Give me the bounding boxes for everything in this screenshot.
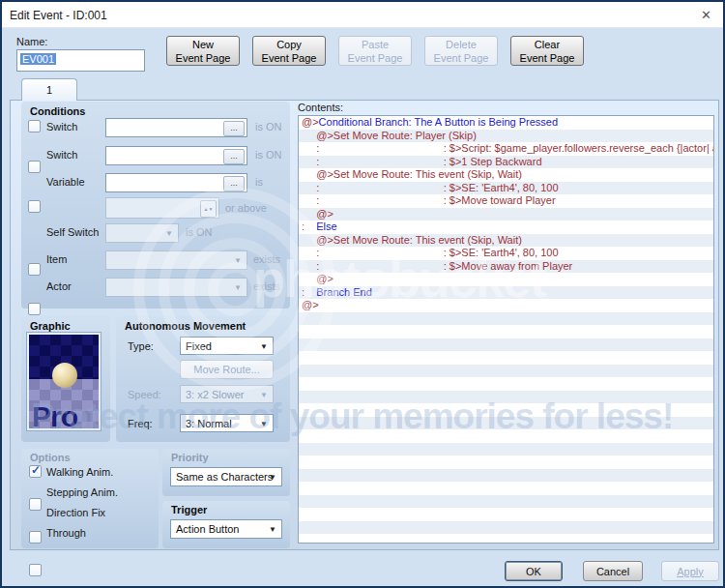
variable-compare-suffix: or above xyxy=(225,202,267,214)
trigger-panel: Trigger Action Button▼ xyxy=(162,501,290,548)
event-command-line[interactable]: @> xyxy=(299,299,713,312)
event-command-line[interactable] xyxy=(299,495,713,509)
stepping-anim-checkbox[interactable] xyxy=(29,498,42,511)
name-label: Name: xyxy=(16,36,47,47)
variable-checkbox[interactable] xyxy=(28,200,41,213)
direction-fix-label: Direction Fix xyxy=(46,507,105,518)
self-switch-label: Self Switch xyxy=(46,226,99,238)
event-command-line[interactable]: : : $>SE: 'Earth4', 80, 100 xyxy=(299,182,713,195)
switch2-field[interactable]: ... xyxy=(105,146,247,165)
close-icon[interactable]: ✕ xyxy=(701,8,711,22)
switch2-ellipsis-button[interactable]: ... xyxy=(223,149,245,164)
contents-list[interactable]: @>Conditional Branch: The A Button is Be… xyxy=(298,115,714,544)
cancel-label: Cancel xyxy=(596,566,629,577)
actor-combobox[interactable]: ▼ xyxy=(105,278,247,297)
event-command-line[interactable]: @> xyxy=(299,208,713,221)
event-command-line[interactable]: : : $>Move away from Player xyxy=(299,260,713,274)
switch1-ellipsis-button[interactable]: ... xyxy=(223,121,245,136)
item-checkbox[interactable] xyxy=(28,303,41,315)
chevron-down-icon: ▼ xyxy=(234,256,242,265)
variable-value-spinner[interactable]: ▲▼ xyxy=(105,197,219,219)
event-command-line[interactable] xyxy=(299,325,713,338)
event-command-line[interactable]: @>Set Move Route: This event (Skip, Wait… xyxy=(299,168,713,182)
event-command-line[interactable]: : : $>1 Step Backward xyxy=(299,156,713,169)
movement-type-combobox[interactable]: Fixed▼ xyxy=(180,337,274,355)
chevron-down-icon: ▼ xyxy=(234,283,242,292)
event-command-line[interactable] xyxy=(299,429,713,443)
walking-anim-checkbox[interactable]: ✓ xyxy=(29,465,42,478)
event-command-line[interactable] xyxy=(299,377,713,391)
trigger-header: Trigger xyxy=(171,504,207,515)
name-input[interactable]: EV001 xyxy=(16,49,145,72)
delete-event-page-button: DeleteEvent Page xyxy=(424,36,498,66)
self-switch-combobox[interactable]: ▼ xyxy=(105,223,179,243)
event-command-line[interactable] xyxy=(299,443,713,456)
button-label: Event Page xyxy=(262,51,317,65)
paste-event-page-button: PasteEvent Page xyxy=(338,36,412,66)
event-command-line[interactable]: : : $>Script: $game_player.followers.rev… xyxy=(299,142,713,156)
actor-suffix: exists xyxy=(253,280,280,292)
ok-button[interactable]: OK xyxy=(505,561,563,581)
event-command-line[interactable]: @>Set Move Route: Player (Skip) xyxy=(299,130,713,143)
switch2-checkbox[interactable] xyxy=(28,161,41,173)
event-command-line[interactable] xyxy=(299,469,713,483)
event-command-line[interactable] xyxy=(299,312,713,326)
variable-ellipsis-button[interactable]: ... xyxy=(223,176,245,191)
graphic-panel: Graphic Pro xyxy=(21,316,110,442)
walking-anim-label: Walking Anim. xyxy=(46,466,113,478)
event-command-line[interactable] xyxy=(299,391,713,404)
move-route-button: Move Route... xyxy=(180,360,274,379)
switch1-label: Switch xyxy=(46,121,77,132)
speed-label: Speed: xyxy=(128,389,161,400)
new-event-page-button[interactable]: NewEvent Page xyxy=(166,36,240,66)
options-panel: Options ✓ Walking Anim. Stepping Anim. D… xyxy=(21,449,159,548)
speed-value: 3: x2 Slower xyxy=(186,389,245,400)
title-bar: Edit Event - ID:001 ✕ xyxy=(2,2,723,28)
direction-fix-checkbox[interactable] xyxy=(29,531,42,544)
event-command-line[interactable]: @> xyxy=(299,273,713,286)
through-checkbox[interactable] xyxy=(29,564,42,576)
conditions-header: Conditions xyxy=(30,105,85,117)
self-switch-checkbox[interactable] xyxy=(28,263,41,276)
switch2-suffix: is ON xyxy=(255,149,282,161)
cancel-button[interactable]: Cancel xyxy=(583,561,643,581)
event-command-line[interactable]: @>Conditional Branch: The A Button is Be… xyxy=(299,116,713,130)
event-command-line[interactable] xyxy=(299,456,713,469)
copy-event-page-button[interactable]: CopyEvent Page xyxy=(252,36,326,66)
trigger-combobox[interactable]: Action Button▼ xyxy=(170,519,282,539)
event-command-line[interactable] xyxy=(299,534,713,544)
event-command-line[interactable]: @>Set Move Route: This event (Skip, Wait… xyxy=(299,234,713,248)
event-command-line[interactable] xyxy=(299,521,713,535)
switch1-checkbox[interactable] xyxy=(28,120,41,132)
graphic-preview[interactable]: Pro xyxy=(27,333,101,430)
event-command-line[interactable] xyxy=(299,351,713,365)
tab-page-1[interactable]: 1 xyxy=(21,78,77,101)
event-command-line[interactable] xyxy=(299,508,713,521)
chevron-down-icon: ▼ xyxy=(269,525,276,534)
event-command-line[interactable]: : : $>SE: 'Earth4', 80, 100 xyxy=(299,247,713,260)
variable-label: Variable xyxy=(46,176,85,188)
button-label: New xyxy=(192,38,214,51)
event-command-line[interactable] xyxy=(299,338,713,352)
priority-combobox[interactable]: Same as Characters▼ xyxy=(170,467,282,486)
freq-value: 3: Normal xyxy=(186,418,232,429)
event-command-line[interactable] xyxy=(299,365,713,378)
variable-field[interactable]: ... xyxy=(105,173,247,192)
event-command-line[interactable]: : Branch End xyxy=(299,286,713,300)
event-command-line[interactable] xyxy=(299,417,713,430)
graphic-header: Graphic xyxy=(30,320,71,332)
event-command-line[interactable] xyxy=(299,482,713,495)
freq-label: Freq: xyxy=(128,418,153,429)
button-label: Clear xyxy=(535,38,560,51)
spinner-arrows-icon[interactable]: ▲▼ xyxy=(200,200,217,218)
item-combobox[interactable]: ▼ xyxy=(105,250,247,270)
freq-combobox[interactable]: 3: Normal▼ xyxy=(180,414,274,432)
trigger-value: Action Button xyxy=(176,523,239,535)
event-command-line[interactable]: : : $>Move toward Player xyxy=(299,194,713,208)
apply-label: Apply xyxy=(677,566,704,577)
clear-event-page-button[interactable]: ClearEvent Page xyxy=(510,36,584,66)
switch1-field[interactable]: ... xyxy=(105,118,247,137)
event-command-line[interactable] xyxy=(299,403,713,417)
event-command-line[interactable]: : Else xyxy=(299,220,713,234)
through-label: Through xyxy=(46,527,86,539)
